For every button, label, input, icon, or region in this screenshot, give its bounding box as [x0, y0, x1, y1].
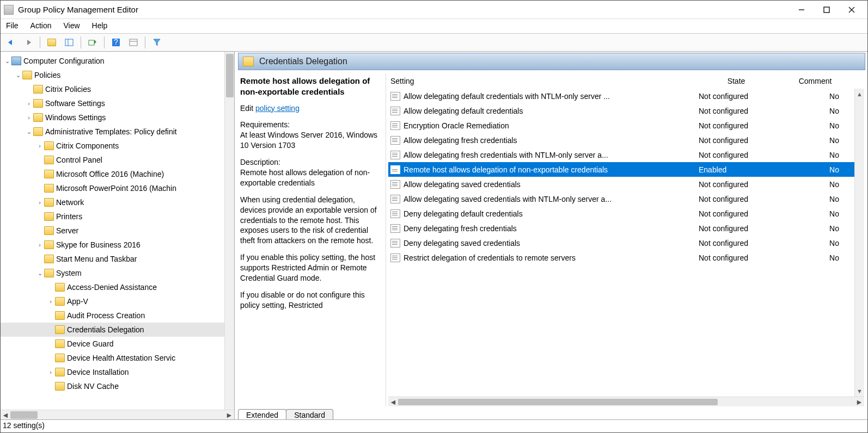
setting-name: Deny delegating fresh credentials: [404, 224, 695, 233]
tree-node[interactable]: ⌄System: [1, 266, 234, 280]
tree-node[interactable]: Start Menu and Taskbar: [1, 252, 234, 266]
setting-row[interactable]: Deny delegating fresh credentialsNot con…: [388, 221, 864, 236]
setting-icon: [390, 253, 400, 262]
expand-icon[interactable]: ›: [25, 100, 33, 107]
tree-node[interactable]: ›Citrix Components: [1, 139, 234, 153]
maximize-button[interactable]: [814, 1, 839, 18]
menu-help[interactable]: Help: [92, 21, 108, 30]
expand-icon[interactable]: ⌄: [35, 270, 44, 277]
up-button[interactable]: [45, 36, 59, 49]
setting-row[interactable]: Deny delegating default credentialsNot c…: [388, 206, 864, 221]
column-state[interactable]: State: [695, 77, 777, 85]
toolbar: ?: [1, 34, 867, 52]
setting-name: Deny delegating default credentials: [404, 209, 695, 218]
setting-row[interactable]: Allow delegating fresh credentials with …: [388, 147, 864, 162]
minimize-button[interactable]: [789, 1, 814, 18]
settings-horizontal-scrollbar[interactable]: ◄►: [388, 397, 864, 406]
tree-node[interactable]: Citrix Policies: [1, 82, 234, 96]
setting-state: Not configured: [695, 195, 777, 203]
computer-icon: [11, 57, 21, 65]
setting-icon: [390, 92, 400, 101]
tree-node[interactable]: Disk NV Cache: [1, 379, 234, 393]
tree-horizontal-scrollbar[interactable]: ◄►: [1, 410, 234, 419]
edit-policy-link[interactable]: policy setting: [255, 104, 299, 113]
menu-action[interactable]: Action: [30, 21, 52, 30]
tree-node-label: Server: [56, 226, 78, 235]
tree-node-label: Disk NV Cache: [67, 382, 119, 391]
tree-node[interactable]: ⌄Computer Configuration: [1, 54, 234, 68]
tree-node-label: Citrix Components: [56, 141, 119, 150]
tree-node[interactable]: Microsoft PowerPoint 2016 (Machin: [1, 181, 234, 195]
tree-node[interactable]: Device Health Attestation Servic: [1, 351, 234, 365]
tree-node-label: Device Installation: [67, 368, 129, 376]
expand-icon[interactable]: ›: [46, 369, 55, 375]
column-setting[interactable]: Setting: [390, 77, 695, 85]
settings-list: Setting State Comment Allow delegating d…: [388, 73, 864, 406]
setting-name: Allow delegating fresh credentials with …: [404, 151, 695, 159]
expand-icon[interactable]: ›: [46, 298, 55, 305]
close-button[interactable]: [839, 1, 864, 18]
expand-icon[interactable]: ⌄: [3, 58, 11, 65]
tree-node[interactable]: ⌄Policies: [1, 68, 234, 82]
tree-node[interactable]: Control Panel: [1, 153, 234, 167]
tree-node-label: Access-Denied Assistance: [67, 283, 157, 292]
expand-icon[interactable]: ⌄: [25, 128, 33, 135]
setting-row[interactable]: Encryption Oracle RemediationNot configu…: [388, 118, 864, 133]
expand-icon[interactable]: ›: [25, 114, 33, 121]
expand-icon[interactable]: ⌄: [14, 72, 22, 79]
tree-node-label: Microsoft Office 2016 (Machine): [56, 170, 164, 178]
tree-node[interactable]: ›Software Settings: [1, 96, 234, 110]
tree-node[interactable]: Server: [1, 224, 234, 238]
tree-view[interactable]: ⌄Computer Configuration⌄PoliciesCitrix P…: [1, 52, 234, 410]
tree-node[interactable]: ›App-V: [1, 294, 234, 308]
setting-row[interactable]: Deny delegating saved credentialsNot con…: [388, 236, 864, 250]
forward-button[interactable]: [21, 36, 35, 49]
tree-node[interactable]: ›Skype for Business 2016: [1, 238, 234, 252]
scroll-down-icon[interactable]: ▼: [857, 388, 863, 394]
tree-node-label: Computer Configuration: [23, 57, 105, 65]
tree-node[interactable]: ⌄Administrative Templates: Policy defini…: [1, 125, 234, 139]
column-headers: Setting State Comment: [388, 73, 864, 89]
tree-node[interactable]: Microsoft Office 2016 (Machine): [1, 167, 234, 181]
expand-icon[interactable]: ›: [35, 199, 44, 206]
setting-row[interactable]: Allow delegating saved credentialsNot co…: [388, 177, 864, 191]
properties-button[interactable]: [126, 36, 140, 49]
tab-standard[interactable]: Standard: [286, 409, 333, 419]
menu-view[interactable]: View: [63, 21, 80, 30]
tree-node[interactable]: Device Guard: [1, 337, 234, 351]
folder-icon: [44, 184, 54, 193]
column-comment[interactable]: Comment: [777, 77, 864, 85]
tab-extended[interactable]: Extended: [238, 409, 286, 419]
setting-row[interactable]: Remote host allows delegation of non-exp…: [388, 162, 864, 177]
tree-node[interactable]: ›Windows Settings: [1, 110, 234, 125]
setting-row[interactable]: Allow delegating default credentials wit…: [388, 89, 864, 103]
description-pane: Remote host allows delegation of non-exp…: [238, 73, 386, 406]
tree-node-label: Device Health Attestation Servic: [67, 354, 175, 362]
export-button[interactable]: [85, 36, 100, 49]
folder-icon: [55, 339, 65, 348]
show-hide-tree-button[interactable]: [62, 36, 76, 49]
menu-file[interactable]: File: [6, 21, 19, 30]
tree-node[interactable]: Audit Process Creation: [1, 308, 234, 323]
expand-icon[interactable]: ›: [35, 242, 44, 248]
back-button[interactable]: [4, 36, 18, 49]
setting-row[interactable]: Allow delegating fresh credentialsNot co…: [388, 133, 864, 147]
setting-name: Allow delegating saved credentials with …: [404, 195, 695, 203]
scroll-up-icon[interactable]: ▲: [857, 91, 863, 97]
expand-icon[interactable]: ›: [35, 143, 44, 149]
setting-row[interactable]: Allow delegating default credentialsNot …: [388, 103, 864, 118]
svg-rect-6: [89, 40, 94, 45]
settings-vertical-scrollbar[interactable]: ▲ ▼: [854, 89, 864, 397]
setting-comment: No: [777, 107, 864, 115]
filter-button[interactable]: [150, 36, 164, 49]
setting-comment: No: [777, 209, 864, 218]
tree-node[interactable]: Credentials Delegation: [1, 323, 234, 337]
help-button[interactable]: ?: [109, 36, 123, 49]
setting-row[interactable]: Restrict delegation of credentials to re…: [388, 250, 864, 265]
tree-node[interactable]: Access-Denied Assistance: [1, 280, 234, 294]
tree-vertical-scrollbar[interactable]: [224, 52, 234, 410]
setting-row[interactable]: Allow delegating saved credentials with …: [388, 191, 864, 206]
tree-node[interactable]: ›Device Installation: [1, 365, 234, 379]
tree-node[interactable]: Printers: [1, 209, 234, 224]
tree-node[interactable]: ›Network: [1, 195, 234, 209]
